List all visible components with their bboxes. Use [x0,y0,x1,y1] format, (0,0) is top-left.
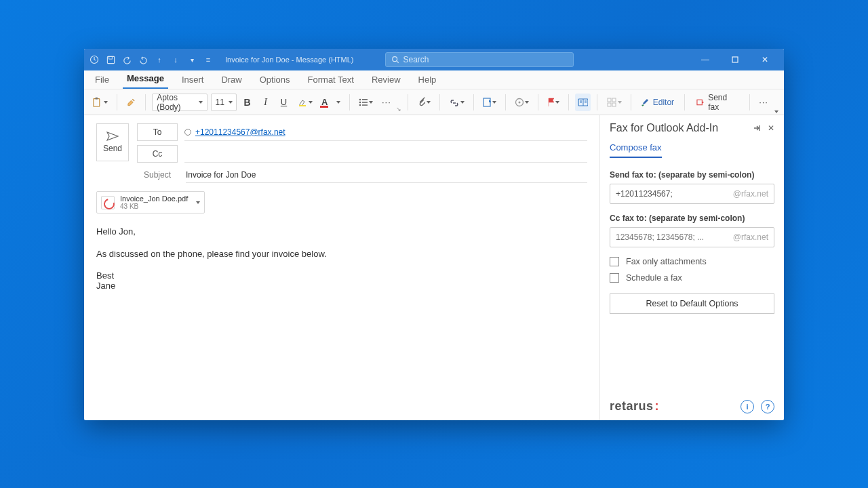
subject-input[interactable] [186,167,587,183]
help-icon[interactable]: ? [761,400,774,413]
paste-button[interactable] [90,94,111,111]
menu-tabs: File Message Insert Draw Options Format … [84,70,784,89]
addins-button[interactable] [604,94,624,111]
chevron-down-icon [104,101,108,104]
search-box[interactable]: Search [385,52,574,67]
attachment-chip[interactable]: Invoice_Jon Doe.pdf 43 KB [96,191,205,214]
svg-rect-23 [697,100,702,104]
checkbox-icon[interactable] [610,273,619,283]
tab-format-text[interactable]: Format Text [304,71,358,89]
cc-button[interactable]: Cc [137,145,178,163]
format-painter-button[interactable] [123,94,139,111]
up-arrow-icon[interactable]: ↑ [153,54,165,66]
ccto-label: Cc fax to: (separate by semi-colon) [610,214,774,223]
window-title: Invoice for Jon Doe - Message (HTML) [225,56,354,64]
sendto-field[interactable]: @rfax.net [610,184,774,204]
undo-icon[interactable] [121,54,133,66]
reset-button[interactable]: Reset to Default Options [610,293,774,314]
attachment-size: 43 KB [120,203,188,210]
body-line: Best [96,270,587,281]
underline-button[interactable]: U [277,94,292,111]
sensitivity-button[interactable] [512,94,532,111]
save-icon[interactable] [104,54,117,66]
font-size-combo[interactable]: 11 [211,94,237,111]
autosave-icon[interactable] [88,54,100,66]
option-schedule-fax[interactable]: Schedule a fax [610,273,774,283]
domain-suffix: @rfax.net [733,189,768,199]
tab-options[interactable]: Options [256,71,294,89]
titlebar: ↑ ↓ ▾ ≡ Invoice for Jon Doe - Message (H… [84,49,784,70]
recipients-column: To +12011234567@rfax.net Cc [137,123,587,163]
tab-file[interactable]: File [91,71,113,89]
bullets-button[interactable] [356,94,376,111]
more-formatting-button[interactable]: ··· [379,94,394,111]
italic-button[interactable]: I [258,94,273,111]
signature-button[interactable] [480,94,500,111]
svg-point-3 [392,57,397,62]
to-field[interactable]: +12011234567@rfax.net [184,123,587,141]
immersive-reader-button[interactable] [575,94,591,111]
to-recipient[interactable]: +12011234567@rfax.net [195,127,285,137]
recipient-presence-icon [184,129,191,136]
subject-label: Subject [137,170,178,180]
ccto-input[interactable] [616,232,733,242]
svg-rect-19 [608,98,611,102]
ribbon-overflow-button[interactable]: ··· [756,94,771,111]
chevron-down-icon[interactable] [196,201,200,204]
customize-qat-icon[interactable]: ▾ [186,54,198,66]
to-row: To +12011234567@rfax.net [137,123,587,141]
chevron-down-icon [309,101,313,104]
minimize-button[interactable]: — [696,53,715,66]
svg-rect-7 [299,105,306,106]
font-color-button[interactable]: A [319,94,343,111]
svg-rect-2 [108,56,112,59]
outlook-window: ↑ ↓ ▾ ≡ Invoice for Jon Doe - Message (H… [84,49,784,420]
editor-button[interactable]: Editor [637,94,678,111]
font-name-combo[interactable]: Aptos (Body) [152,94,207,111]
redo-icon[interactable] [137,54,149,66]
pane-tab-compose[interactable]: Compose fax [610,142,662,158]
to-button[interactable]: To [137,123,178,141]
svg-rect-22 [612,103,616,106]
attachment-name: Invoice_Jon Doe.pdf [120,195,188,203]
message-body[interactable]: Hello Jon, As discussed on the phone, pl… [96,226,587,291]
qat-overflow-icon[interactable]: ≡ [202,54,214,66]
body-line: As discussed on the phone, please find y… [96,248,587,261]
paragraph-launcher-icon[interactable]: ↘ [396,106,401,113]
cc-field[interactable] [184,145,587,163]
pane-pin-icon[interactable] [753,123,761,133]
tab-message[interactable]: Message [123,70,168,89]
down-arrow-icon[interactable]: ↓ [170,54,182,66]
ribbon-collapse-button[interactable] [774,89,778,115]
pane-close-button[interactable]: ✕ [768,123,774,133]
attachments-row: Invoice_Jon Doe.pdf 43 KB [96,191,587,214]
flag-button[interactable] [545,94,563,111]
bold-button[interactable]: B [240,94,255,111]
ccto-field[interactable]: @rfax.net [610,227,774,247]
svg-rect-8 [320,106,328,108]
send-fax-button[interactable]: Send fax [691,94,743,111]
highlight-button[interactable] [295,94,315,111]
pane-header: Fax for Outlook Add-In ✕ [610,122,774,134]
tab-review[interactable]: Review [368,71,405,89]
ribbon: Aptos (Body) 11 B I U A ··· ↘ Editor [84,89,784,115]
checkbox-icon[interactable] [610,257,619,266]
attach-button[interactable] [414,94,434,111]
pane-title: Fax for Outlook Add-In [610,122,718,134]
tab-insert[interactable]: Insert [178,71,208,89]
search-icon [391,56,399,64]
maximize-button[interactable] [726,53,745,66]
option-fax-attachments[interactable]: Fax only attachments [610,257,774,266]
tab-draw[interactable]: Draw [217,71,245,89]
info-icon[interactable]: i [741,400,754,413]
tab-help[interactable]: Help [414,71,441,89]
link-button[interactable] [446,94,467,111]
sendto-input[interactable] [616,189,733,199]
compose-pane: Send To +12011234567@rfax.net Cc [84,115,599,420]
main-area: Send To +12011234567@rfax.net Cc [84,115,784,420]
send-button[interactable]: Send [96,123,129,161]
chevron-down-icon [492,101,496,104]
chevron-down-icon [229,101,233,104]
svg-rect-12 [362,102,368,103]
close-button[interactable]: ✕ [755,53,774,66]
